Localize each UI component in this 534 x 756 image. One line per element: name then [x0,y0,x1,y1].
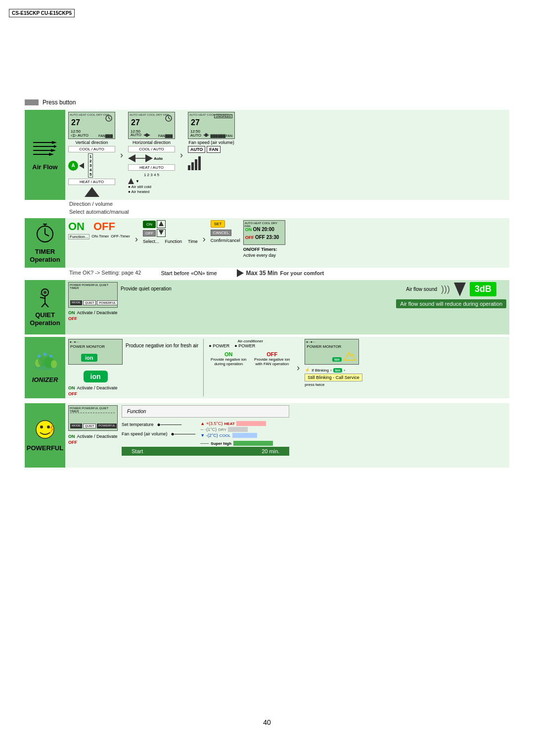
svg-rect-26 [195,159,197,170]
svg-point-47 [51,360,57,368]
speed-bars [188,155,235,171]
timer-section: TIMER Operation ON OFF Function... ON-Ti… [25,218,509,278]
heat-auto-label1: HEAT / AUTO [68,179,115,185]
powerful-label: POWERFUL [27,444,63,452]
super-high-row: ─── Super high [200,441,289,446]
powerful-on-off: ON Activate / Deactivate [68,434,118,439]
max-time: Max 35 Min For your comfort [237,269,324,278]
svg-marker-12 [85,187,99,197]
svg-line-10 [109,118,110,119]
func-time-labels: Select... Function Time [143,239,198,244]
svg-marker-5 [54,145,57,148]
svg-rect-24 [188,165,190,170]
still-blinking-note: Still Blinking - Call Service [305,374,362,381]
svg-marker-21 [128,178,134,184]
function-label: Function [122,405,289,418]
display-unit-af2: AUTO HEAT COOL DRY FAN 27 AUTO 12:50 FAN… [128,112,175,139]
display-unit-af1: AUTO HEAT COOL DRY FAN 27 ◁▷ AUTO 12:50 … [68,112,115,139]
quiet-on-off: ON Activate / Deactivate [68,310,118,315]
quiet-icon [35,287,55,309]
svg-line-38 [40,297,45,298]
timer-note1: Time OK? -> Setting: page 42 [69,270,141,276]
quiet-note: Provide quiet operation [121,282,172,291]
cool-auto-label1: COOL / AUTO [68,146,115,152]
airflow-icon [32,139,58,161]
svg-marker-33 [159,221,164,226]
svg-point-53 [47,425,50,428]
blink-note: ⚡ If Blinking › ion › [305,368,362,373]
press-button-label: Press button [43,99,76,106]
svg-point-36 [44,291,46,294]
arrow-sep3: › [135,234,138,244]
quiet-reduce-note: Air flow sound will reduce during operat… [396,299,506,308]
powerful-section: POWERFUL POWER POWERFUL QUIET TIMER MODE… [25,403,509,468]
arrow-sep2: › [180,150,183,160]
ionizer-remote-col: ●···●···· POWER MONITOR ion ion ON Activ… [68,339,123,396]
fan-speed-label: Fan speed (air volume) [188,140,235,145]
arrow-sep4: › [203,234,206,244]
svg-line-40 [45,303,48,307]
ionizer-on-off-describe: ON Provide negative ion during operation… [209,351,292,366]
svg-marker-42 [454,283,466,296]
svg-point-41 [41,293,43,295]
airflow-note2: Select automatic/manual [69,209,509,215]
ionizer-label: IONIZER [32,376,58,384]
fan-speed-row: Fan speed (air volume) ●───── [122,430,195,437]
timer-type-labels: Function... ON-Timer OFF-Timer [68,234,130,239]
svg-rect-27 [198,156,201,170]
start-bar: Start 20 min. [122,447,289,456]
svg-point-52 [40,425,43,428]
press-twice: press twice [305,382,362,387]
ionizer-icon [32,351,58,374]
svg-marker-6 [51,149,56,152]
svg-line-30 [45,234,49,236]
sound-waves-icon: ))) [441,284,450,294]
arrow-sep5: › [297,363,300,373]
heat-auto-label2: HEAT / AUTO [128,164,175,171]
speed-nums: 1 2 3 4 5 [128,173,175,177]
dry-row: ─ -(1°C) DRY [200,427,289,432]
horiz-arrows: Auto [128,153,175,163]
timer-note2: Start before «ON» time [161,269,217,278]
ionizer-blink-col: ●···●···· POWER MONITOR ion [305,339,362,387]
top-label: CS-E15CKP CU-E15CKP5 [9,9,75,17]
airflow-note1: Direction / volume [69,201,509,207]
airflow-label: Air Flow [32,163,57,171]
timer-select-col: ON OFF [143,220,198,244]
cool-row: ▼ -(2°C) COOL [200,433,289,438]
quiet-label: QUIET Operation [30,311,60,327]
powerful-function-col: Function Set temperature ●───── Fan spe [122,405,289,456]
svg-point-49 [44,353,46,356]
svg-rect-25 [191,162,194,170]
page-number: 40 [263,718,271,726]
svg-marker-4 [52,141,57,144]
svg-point-50 [49,355,52,358]
svg-point-51 [36,421,54,438]
powerful-remote-col: POWER POWERFUL QUIET TIMER MODE QUIET PO… [68,405,118,456]
svg-marker-20 [145,154,153,162]
btn-indicator [25,99,39,105]
ionizer-section: IONIZER ●···●···· POWER MONITOR ion [25,337,509,398]
svg-marker-34 [159,230,164,235]
svg-marker-11 [79,163,84,169]
svg-marker-18 [128,154,135,162]
horiz-dir-label: Horizontal direction [128,140,175,145]
ion-btn-big: ion [84,371,108,382]
heat-row: ▲ +(3.5°C) HEAT [200,421,289,426]
quiet-remote-col: POWER POWERFUL QUIET TIMER MODE QUIET PO… [68,282,118,321]
svg-marker-17 [146,133,150,137]
vertical-dir-label: Vertical direction [68,140,115,145]
timer-icon [34,222,56,246]
svg-point-48 [38,355,41,358]
arrow-sep1: › [120,150,123,160]
svg-line-39 [42,303,45,307]
svg-line-15 [169,118,170,119]
svg-marker-7 [49,153,54,156]
arrow-down-icon [454,283,466,296]
quiet-sound-col: Air flow sound ))) 3dB Air flow sound wi… [396,282,506,308]
ionizer-note: Produce negative ion for fresh air [126,339,198,348]
on-off-display: ON OFF [68,220,130,233]
timer-label: TIMER Operation [27,248,63,263]
ionizer-on-off: ON Activate / Deactivate [68,385,123,390]
airflow-section: Air Flow AUTO HEAT COOL DRY FAN 27 ◁ [25,110,509,215]
